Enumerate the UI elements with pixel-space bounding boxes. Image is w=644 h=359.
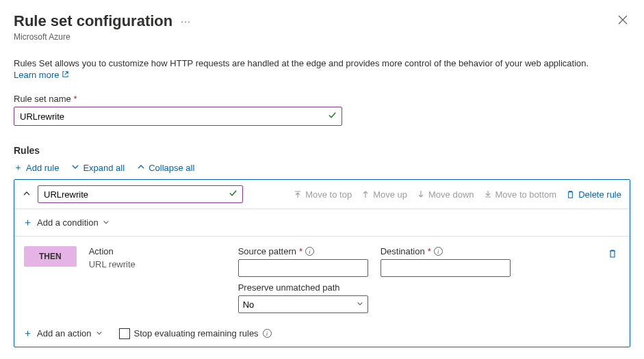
chevron-up-icon bbox=[23, 189, 31, 198]
learn-more-link[interactable]: Learn more bbox=[14, 70, 69, 80]
plus-icon: ＋ bbox=[23, 327, 33, 340]
move-up-button: Move up bbox=[361, 189, 407, 200]
delete-rule-button[interactable]: Delete rule bbox=[566, 189, 621, 200]
close-button[interactable] bbox=[615, 11, 630, 31]
rules-section-title: Rules bbox=[14, 145, 630, 156]
add-action-button[interactable]: ＋ Add an action bbox=[23, 327, 103, 340]
rule-card: Move to top Move up Move down Move to bo… bbox=[14, 179, 630, 347]
info-icon[interactable]: i bbox=[305, 247, 314, 256]
stop-evaluating-checkbox-label[interactable]: Stop evaluating remaining rules i bbox=[119, 328, 272, 339]
valid-check-icon bbox=[328, 111, 337, 122]
collapse-rule-button[interactable] bbox=[23, 189, 31, 200]
move-down-button: Move down bbox=[417, 189, 474, 200]
required-indicator: * bbox=[299, 246, 302, 256]
arrow-down-icon bbox=[417, 190, 425, 198]
chevron-up-icon bbox=[137, 163, 145, 173]
close-icon bbox=[618, 15, 628, 25]
source-pattern-label: Source pattern * i bbox=[238, 246, 368, 256]
destination-label: Destination * i bbox=[381, 246, 511, 256]
info-icon[interactable]: i bbox=[263, 329, 272, 338]
rule-name-input[interactable] bbox=[38, 185, 243, 203]
arrow-up-icon bbox=[361, 190, 370, 198]
action-type: URL rewrite bbox=[89, 259, 226, 269]
arrow-top-icon bbox=[294, 190, 302, 198]
info-icon[interactable]: i bbox=[434, 247, 443, 256]
expand-all-button[interactable]: Expand all bbox=[71, 163, 125, 173]
collapse-all-button[interactable]: Collapse all bbox=[137, 163, 194, 173]
arrow-bottom-icon bbox=[484, 190, 492, 198]
required-indicator: * bbox=[73, 94, 77, 104]
preserve-path-select[interactable]: No bbox=[238, 295, 368, 313]
add-condition-button[interactable]: ＋ Add a condition bbox=[23, 216, 110, 229]
valid-check-icon bbox=[229, 189, 237, 200]
delete-action-button[interactable] bbox=[605, 246, 620, 263]
trash-icon bbox=[566, 190, 575, 199]
move-to-top-button: Move to top bbox=[294, 189, 352, 200]
more-options-icon[interactable]: ··· bbox=[181, 16, 191, 27]
page-subtitle: Microsoft Azure bbox=[14, 32, 630, 42]
ruleset-name-label: Rule set name * bbox=[14, 94, 630, 104]
plus-icon: ＋ bbox=[23, 216, 33, 229]
destination-input[interactable] bbox=[381, 259, 511, 277]
chevron-down-icon bbox=[71, 163, 79, 173]
page-title: Rule set configuration bbox=[14, 12, 172, 30]
action-heading: Action bbox=[89, 246, 226, 256]
ruleset-name-input[interactable] bbox=[14, 107, 342, 126]
preserve-path-label: Preserve unmatched path bbox=[238, 282, 511, 293]
chevron-down-icon bbox=[96, 330, 103, 338]
description-text: Rules Set allows you to customize how HT… bbox=[14, 58, 630, 68]
required-indicator: * bbox=[428, 246, 431, 256]
chevron-down-icon bbox=[103, 219, 110, 227]
checkbox-unchecked[interactable] bbox=[119, 328, 130, 339]
external-link-icon bbox=[62, 70, 69, 79]
plus-icon: ＋ bbox=[14, 161, 23, 174]
trash-icon bbox=[608, 249, 617, 258]
add-rule-button[interactable]: ＋ Add rule bbox=[14, 161, 59, 174]
move-to-bottom-button: Move to bottom bbox=[484, 189, 557, 200]
source-pattern-input[interactable] bbox=[238, 259, 368, 277]
then-badge: THEN bbox=[24, 246, 77, 267]
learn-more-label: Learn more bbox=[14, 70, 59, 80]
